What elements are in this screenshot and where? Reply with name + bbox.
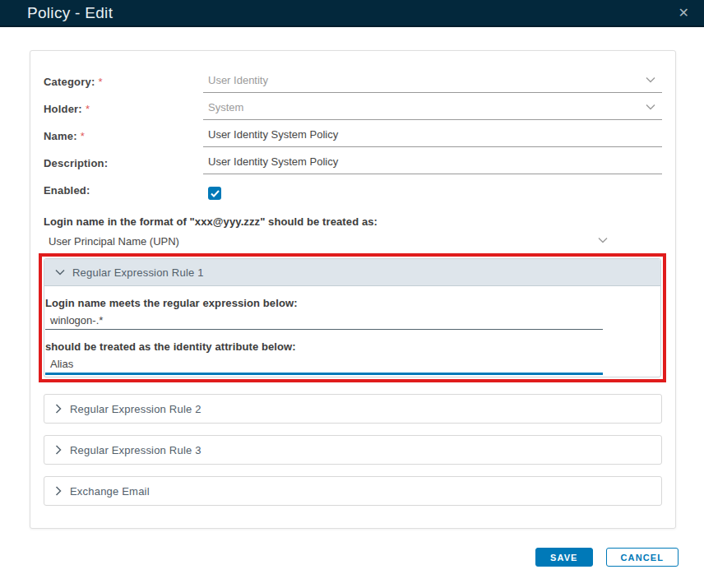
enabled-control [203,179,662,201]
identity-attribute-input[interactable]: Alias [45,356,603,375]
accordion-rule-3-header[interactable]: Regular Expression Rule 3 [44,435,662,465]
required-asterisk: * [98,76,102,88]
description-row: Description: User Identity System Policy [44,152,662,179]
upn-select[interactable]: User Principal Name (UPN) [44,234,611,250]
description-label: Description: [44,152,203,179]
holder-select[interactable]: System [203,98,662,120]
accordion-rule-1: Regular Expression Rule 1 Login name mee… [44,258,661,377]
annotation-highlight: Regular Expression Rule 1 Login name mee… [39,253,666,382]
name-row: Name:* User Identity System Policy [44,125,662,152]
accordion-rule-1-header[interactable]: Regular Expression Rule 1 [44,259,660,286]
chevron-down-icon [646,104,655,110]
chevron-right-icon [55,486,62,496]
holder-row: Holder:* System [44,98,662,125]
accordion-rule-3-title: Regular Expression Rule 3 [70,444,201,456]
category-row: Category:* User Identity [44,71,662,98]
enabled-checkbox[interactable] [208,187,221,200]
accordion-exchange-email-title: Exchange Email [70,485,150,498]
upn-select-value: User Principal Name (UPN) [49,235,179,248]
name-input[interactable]: User Identity System Policy [203,125,662,147]
holder-label: Holder:* [44,98,203,125]
accordion-rule-2-header[interactable]: Regular Expression Rule 2 [44,394,662,424]
close-icon[interactable]: ✕ [679,7,689,20]
accordion-exchange-email-header[interactable]: Exchange Email [44,476,662,506]
chevron-right-icon [55,445,62,455]
accordion-rule-1-title: Regular Expression Rule 1 [72,266,204,279]
chevron-right-icon [55,404,62,414]
dialog-footer: SAVE CANCEL [535,548,679,567]
accordion-rule-2-title: Regular Expression Rule 2 [70,403,201,415]
accordion-rule-1-body: Login name meets the regular expression … [44,286,660,377]
category-select[interactable]: User Identity [203,71,662,93]
save-button[interactable]: SAVE [535,548,593,567]
category-value: User Identity [208,74,268,86]
regex-label: Login name meets the regular expression … [45,297,660,309]
category-label: Category:* [44,71,203,98]
identity-attribute-label: should be treated as the identity attrib… [45,340,660,353]
upn-format-label: Login name in the format of "xxx@yyy.zzz… [44,215,662,228]
description-input[interactable]: User Identity System Policy [203,152,662,174]
check-icon [211,190,220,197]
regex-input[interactable]: winlogon-.* [45,313,603,330]
chevron-down-icon [646,76,655,83]
enabled-row: Enabled: [44,179,662,206]
enabled-label: Enabled: [44,179,203,206]
holder-value: System [208,101,243,113]
chevron-down-icon [55,269,65,275]
required-asterisk: * [86,103,90,115]
name-label: Name:* [44,125,203,152]
required-asterisk: * [81,130,85,142]
chevron-down-icon [598,237,608,243]
dialog-title: Policy - Edit [27,4,679,22]
cancel-button[interactable]: CANCEL [606,548,679,567]
policy-edit-form-card: Category:* User Identity Holder:* System… [30,50,676,529]
dialog-titlebar: Policy - Edit ✕ [0,0,704,27]
